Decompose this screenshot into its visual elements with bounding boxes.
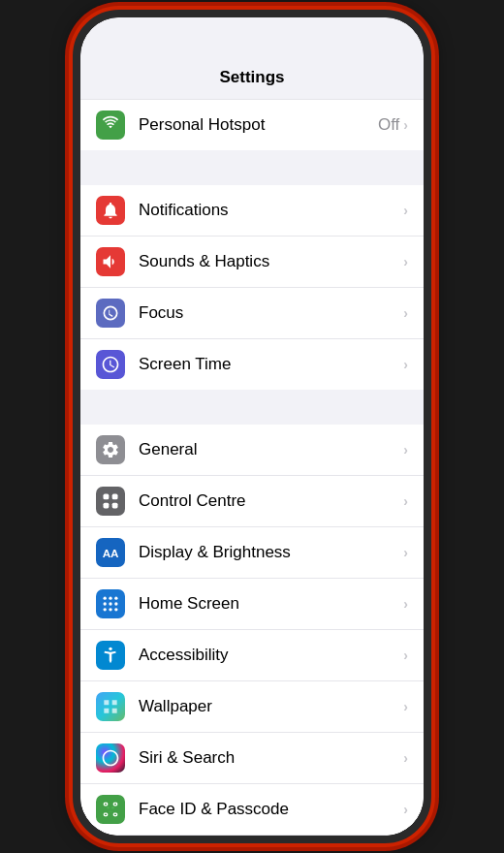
accessibility-icon [96,641,125,670]
list-item[interactable]: Wallpaper › [80,681,424,733]
wallpaper-icon [96,692,125,721]
sounds-label: Sounds & Haptics [139,252,403,271]
control-centre-icon [96,487,125,516]
face-id-icon [96,795,125,824]
svg-point-7 [114,597,117,600]
control-centre-label: Control Centre [139,491,403,511]
list-item[interactable]: Siri & Search › [80,733,424,784]
svg-point-6 [109,597,111,600]
chevron-icon: › [403,545,408,560]
svg-point-15 [107,806,110,809]
svg-point-13 [114,608,117,611]
svg-point-11 [104,608,107,611]
chevron-icon: › [403,699,408,714]
screen-time-label: Screen Time [139,355,403,374]
svg-point-5 [104,597,107,600]
list-item[interactable]: Sounds & Haptics › [80,237,424,288]
chevron-icon: › [403,305,408,321]
siri-label: Siri & Search [139,748,403,768]
list-item[interactable]: Screen Time › [80,339,424,390]
wallpaper-label: Wallpaper [139,697,403,716]
svg-rect-1 [112,494,118,500]
svg-point-16 [111,806,114,809]
svg-rect-2 [104,503,110,509]
notifications-icon [96,196,125,225]
hotspot-icon [96,111,125,140]
list-item[interactable]: Focus › [80,288,424,339]
general-group: General › Control Centre › [80,425,424,836]
list-item[interactable]: AA Display & Brightness › [80,527,424,579]
chevron-icon: › [403,493,408,509]
hotspot-value: Off [378,115,399,135]
focus-icon [96,299,125,328]
svg-rect-20 [113,813,116,816]
svg-rect-18 [113,803,116,806]
svg-point-9 [109,602,111,605]
accessibility-label: Accessibility [139,646,403,665]
notifications-group: Notifications › Sounds & Haptics › [80,185,424,390]
chevron-icon: › [403,117,408,133]
svg-rect-3 [112,503,118,509]
spacer-1 [80,158,424,185]
chevron-icon: › [403,357,408,372]
chevron-icon: › [403,648,408,663]
scroll-area[interactable]: Personal Hotspot Off › Notifications › [80,99,424,836]
phone-screen: Settings Personal Hotspot Off › [80,17,424,836]
list-item[interactable]: Accessibility › [80,630,424,681]
svg-point-14 [109,648,111,650]
page-title: Settings [219,68,284,86]
display-icon: AA [96,538,125,567]
svg-point-8 [104,602,107,605]
siri-icon [96,743,125,773]
home-screen-label: Home Screen [139,594,403,614]
nav-bar: Settings [80,60,424,99]
display-label: Display & Brightness [139,543,403,562]
svg-point-10 [114,602,117,605]
hotspot-group: Personal Hotspot Off › [80,99,424,150]
chevron-icon: › [403,596,408,612]
focus-label: Focus [139,303,403,323]
screen-time-icon [96,350,125,379]
list-item[interactable]: Notifications › [80,185,424,237]
chevron-icon: › [403,203,408,218]
svg-rect-17 [104,803,107,806]
list-item[interactable]: Face ID & Passcode › [80,784,424,836]
status-bar [80,17,424,60]
list-item[interactable]: Personal Hotspot Off › [80,99,424,150]
list-item[interactable]: Home Screen › [80,579,424,630]
home-screen-icon [96,589,125,618]
general-icon [96,435,125,464]
svg-point-12 [109,608,111,611]
notifications-label: Notifications [139,201,403,220]
general-label: General [139,440,403,459]
chevron-icon: › [403,254,408,269]
spacer-2 [80,397,424,425]
svg-rect-0 [104,494,110,500]
chevron-icon: › [403,802,408,817]
hotspot-label: Personal Hotspot [139,115,378,135]
chevron-icon: › [403,442,408,458]
list-item[interactable]: Control Centre › [80,476,424,527]
sounds-icon [96,247,125,276]
face-id-label: Face ID & Passcode [139,800,403,819]
list-item[interactable]: General › [80,425,424,476]
chevron-icon: › [403,750,408,766]
svg-rect-19 [104,813,107,816]
phone-frame: Settings Personal Hotspot Off › [73,10,431,843]
svg-text:AA: AA [103,547,119,559]
